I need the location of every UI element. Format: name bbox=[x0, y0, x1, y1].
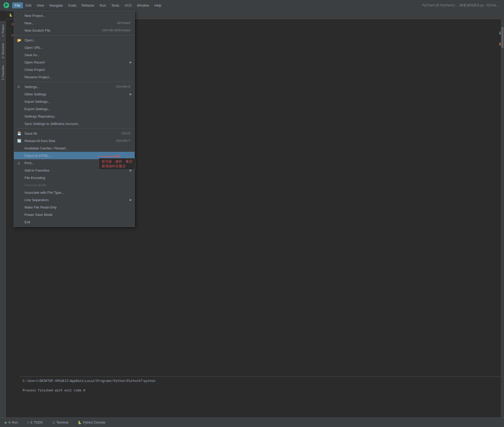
menu-line-separators[interactable]: Line Separators ▶ bbox=[14, 196, 135, 203]
menu-refactor[interactable]: Refactor bbox=[79, 2, 97, 8]
menu-settings[interactable]: ⚙ Settings... Ctrl+Alt+S bbox=[14, 83, 135, 90]
app-logo: P bbox=[3, 2, 10, 9]
separator-3 bbox=[14, 128, 135, 129]
menu-vcs[interactable]: VCS bbox=[122, 2, 134, 8]
other-settings-arrow: ▶ bbox=[130, 92, 132, 96]
menu-power-save-mode[interactable]: Power Save Mode bbox=[14, 211, 135, 218]
menu-add-to-favorites[interactable]: Add to Favorites ▶ bbox=[14, 167, 135, 174]
menu-associate-file-type[interactable]: Associate with File Type... bbox=[14, 189, 135, 196]
reload-icon: 🔄 bbox=[17, 139, 21, 143]
menu-save-all[interactable]: 💾 Save All Ctrl+S bbox=[14, 130, 135, 137]
file-dropdown-menu: New Project... New... Alt+Insert New Scr… bbox=[14, 11, 135, 227]
menu-bar: File Edit View Navigate Code Refactor Ru… bbox=[12, 2, 164, 8]
svg-text:P: P bbox=[5, 3, 7, 7]
menu-export-settings[interactable]: Export Settings... bbox=[14, 105, 135, 113]
menu-invalidate-caches[interactable]: Invalidate Caches / Restart... bbox=[14, 144, 135, 152]
menu-edit[interactable]: Edit bbox=[23, 2, 34, 8]
menu-exit[interactable]: Exit bbox=[14, 218, 135, 226]
menu-run[interactable]: Run bbox=[97, 2, 109, 8]
folder-icon: 📂 bbox=[17, 38, 21, 42]
settings-icon: ⚙ bbox=[17, 85, 20, 89]
menu-save-as[interactable]: Save As... bbox=[14, 51, 135, 59]
favorites-arrow: ▶ bbox=[130, 168, 132, 172]
menu-view[interactable]: View bbox=[34, 2, 47, 8]
separator-2 bbox=[14, 82, 135, 82]
menu-print[interactable]: 🖨 Print... bbox=[14, 159, 135, 167]
menu-navigate[interactable]: Navigate bbox=[47, 2, 65, 8]
menu-code[interactable]: Code bbox=[66, 2, 79, 8]
menu-make-readonly[interactable]: Make File Read-Only bbox=[14, 203, 135, 211]
menu-remove-bom: Remove BOM bbox=[14, 181, 135, 189]
print-icon: 🖨 bbox=[17, 161, 21, 165]
menu-other-settings[interactable]: Other Settings ▶ bbox=[14, 90, 135, 98]
menu-export-html[interactable]: Export to HTML... 使无效，插件，重启 禁用插件并重启 bbox=[14, 152, 135, 159]
menu-file-encoding[interactable]: File Encoding bbox=[14, 174, 135, 181]
menu-help[interactable]: Help bbox=[152, 2, 164, 8]
menu-new[interactable]: New... Alt+Insert bbox=[14, 19, 135, 27]
menu-open[interactable]: 📂 Open... bbox=[14, 36, 135, 44]
menu-new-scratch-file[interactable]: New Scratch File Ctrl+Alt+Shift+Insert bbox=[14, 27, 135, 34]
dropdown-overlay: New Project... New... Alt+Insert New Scr… bbox=[0, 11, 504, 427]
menu-rename-project[interactable]: Rename Project... bbox=[14, 73, 135, 81]
line-sep-arrow: ▶ bbox=[130, 198, 132, 202]
submenu-arrow: ▶ bbox=[130, 60, 132, 64]
menu-reload-all[interactable]: 🔄 Reload All from Disk Ctrl+Alt+Y bbox=[14, 137, 135, 144]
menu-window[interactable]: Window bbox=[134, 2, 152, 8]
menu-open-recent[interactable]: Open Recent ▶ bbox=[14, 59, 135, 66]
menu-close-project[interactable]: Close Project bbox=[14, 66, 135, 73]
save-icon: 💾 bbox=[17, 132, 21, 135]
menu-new-project[interactable]: New Project... bbox=[14, 12, 135, 19]
menu-import-settings[interactable]: Import Settings... bbox=[14, 98, 135, 105]
menu-file[interactable]: File bbox=[12, 2, 23, 8]
menu-tools[interactable]: Tools bbox=[109, 2, 122, 8]
menu-open-url[interactable]: Open URL... bbox=[14, 44, 135, 51]
titlebar: P File Edit View Navigate Code Refactor … bbox=[0, 0, 504, 11]
menu-sync-settings[interactable]: Sync Settings to JetBrains Account... bbox=[14, 120, 135, 127]
separator-1 bbox=[14, 35, 135, 35]
menu-settings-repo[interactable]: Settings Repository... bbox=[14, 113, 135, 120]
window-title: PyCharm [E:\Pycharm] - ...随笔\遗传算法.py - P… bbox=[422, 3, 499, 8]
